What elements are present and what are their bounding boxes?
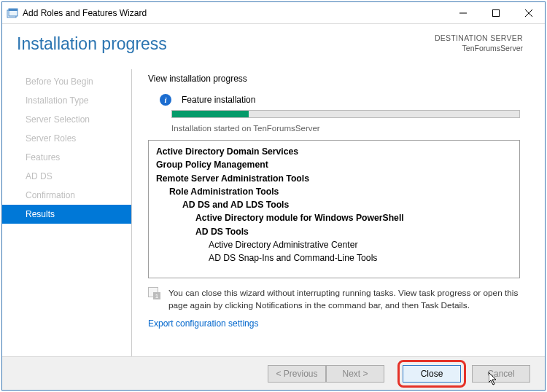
header: Installation progress DESTINATION SERVER…	[2, 24, 545, 69]
main-heading: View installation progress	[148, 74, 524, 84]
progress-area: Installation started on TenForumsServer	[171, 110, 524, 133]
window-close-button[interactable]	[512, 2, 545, 23]
previous-button: < Previous	[268, 365, 326, 383]
feature-item: Group Policy Management	[156, 158, 512, 171]
titlebar: Add Roles and Features Wizard	[2, 2, 545, 24]
sidebar-item-results: Results	[2, 205, 131, 224]
nav-button-group: < Previous Next >	[268, 365, 384, 383]
destination-info: DESTINATION SERVER TenForumsServer	[435, 33, 523, 53]
notification-flag-icon	[148, 287, 161, 300]
feature-list: Active Directory Domain ServicesGroup Po…	[148, 140, 520, 278]
app-icon	[7, 7, 18, 19]
info-text: Feature installation	[182, 95, 255, 105]
window-controls	[446, 2, 545, 23]
info-icon: i	[160, 94, 171, 106]
window-title: Add Roles and Features Wizard	[23, 8, 446, 18]
close-highlight: Close	[397, 360, 466, 388]
page-title: Installation progress	[17, 34, 167, 54]
progress-fill	[172, 111, 249, 117]
sidebar-item-server-selection: Server Selection	[2, 110, 131, 129]
sidebar-item-before-you-begin: Before You Begin	[2, 72, 131, 91]
footer: < Previous Next > Close Cancel	[2, 356, 545, 390]
sidebar-item-installation-type: Installation Type	[2, 91, 131, 110]
export-settings-link[interactable]: Export configuration settings	[148, 318, 258, 329]
feature-item: Active Directory Administrative Center	[209, 238, 512, 251]
sidebar-item-ad-ds: AD DS	[2, 167, 131, 186]
next-button: Next >	[326, 365, 384, 383]
note-text: You can close this wizard without interr…	[168, 287, 520, 311]
destination-value: TenForumsServer	[435, 43, 523, 53]
minimize-button[interactable]	[446, 2, 479, 23]
note-row: You can close this wizard without interr…	[148, 287, 520, 311]
sidebar-item-confirmation: Confirmation	[2, 186, 131, 205]
destination-label: DESTINATION SERVER	[435, 33, 523, 43]
sidebar-item-features: Features	[2, 148, 131, 167]
feature-item: Active Directory module for Windows Powe…	[195, 211, 512, 224]
svg-rect-4	[492, 9, 499, 16]
progress-status: Installation started on TenForumsServer	[171, 124, 524, 133]
progress-bar	[171, 110, 520, 118]
sidebar: Before You BeginInstallation TypeServer …	[2, 69, 132, 356]
close-button[interactable]: Close	[403, 365, 461, 383]
info-row: i Feature installation	[160, 94, 524, 106]
feature-item: AD DS Tools	[195, 225, 512, 238]
feature-item: Active Directory Domain Services	[156, 145, 512, 158]
sidebar-item-server-roles: Server Roles	[2, 129, 131, 148]
cancel-button: Cancel	[472, 365, 530, 383]
main-panel: View installation progress i Feature ins…	[132, 69, 545, 356]
feature-item: Remote Server Administration Tools	[156, 172, 512, 185]
svg-rect-2	[9, 9, 18, 11]
body: Before You BeginInstallation TypeServer …	[2, 69, 545, 356]
wizard-window: Add Roles and Features Wizard Installati…	[1, 1, 546, 391]
feature-item: AD DS Snap-Ins and Command-Line Tools	[209, 251, 512, 264]
maximize-button[interactable]	[479, 2, 512, 23]
feature-item: AD DS and AD LDS Tools	[182, 198, 512, 211]
feature-item: Role Administration Tools	[169, 185, 512, 198]
